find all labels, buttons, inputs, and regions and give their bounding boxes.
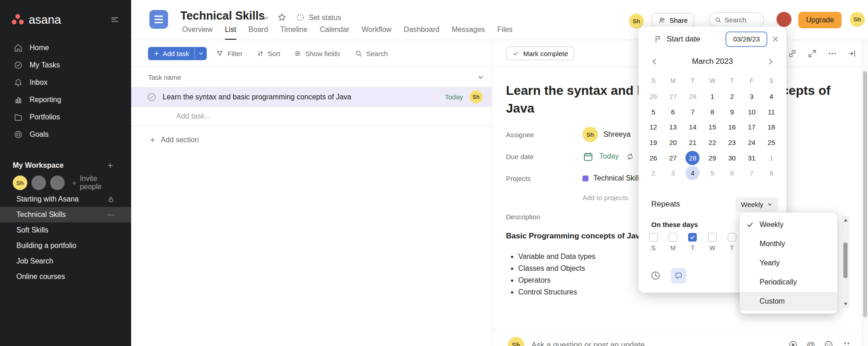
tab-board[interactable]: Board bbox=[249, 26, 268, 40]
tab-timeline[interactable]: Timeline bbox=[280, 26, 307, 40]
calendar-day[interactable]: 11 bbox=[761, 104, 781, 120]
clear-date-icon[interactable]: ✕ bbox=[771, 34, 779, 45]
page-scrollbar-thumb[interactable] bbox=[863, 71, 867, 317]
calendar-day[interactable]: 28 bbox=[683, 89, 702, 104]
calendar-day[interactable]: 18 bbox=[761, 119, 781, 135]
calendar-day[interactable]: 5 bbox=[703, 165, 722, 181]
calendar-day[interactable]: 15 bbox=[703, 119, 722, 135]
calendar-day[interactable]: 7 bbox=[742, 165, 761, 181]
calendar-day[interactable]: 8 bbox=[703, 104, 722, 120]
invite-people-button[interactable]: Invite people bbox=[71, 175, 118, 191]
sidebar-project-job-search[interactable]: Job Search bbox=[0, 253, 131, 269]
sidebar-project-soft-skills[interactable]: Soft Skills bbox=[0, 222, 131, 238]
task-row[interactable]: Learn the syntax and basic programming c… bbox=[131, 88, 492, 107]
repeats-dropdown-button[interactable]: Weekly bbox=[735, 197, 778, 212]
calendar-day[interactable]: 26 bbox=[643, 150, 663, 165]
calendar-day[interactable]: 31 bbox=[742, 150, 761, 165]
day-checkbox[interactable] bbox=[688, 233, 697, 242]
sidebar-item-home[interactable]: Home bbox=[0, 39, 131, 57]
calendar-day[interactable]: 29 bbox=[703, 150, 722, 165]
emoji-icon[interactable] bbox=[824, 340, 833, 346]
calendar-day[interactable]: 27 bbox=[663, 150, 683, 165]
comment-input[interactable] bbox=[531, 341, 781, 346]
add-section-button[interactable]: Add section bbox=[149, 136, 492, 144]
add-task-dropdown[interactable] bbox=[194, 47, 207, 60]
due-date-text[interactable]: Today bbox=[599, 152, 619, 160]
comment-toggle-button[interactable] bbox=[671, 268, 686, 284]
calendar-day[interactable]: 26 bbox=[643, 89, 663, 104]
calendar-day[interactable]: 5 bbox=[643, 104, 663, 120]
repeats-option-yearly[interactable]: Yearly bbox=[740, 253, 837, 273]
user-avatar[interactable]: Sh bbox=[850, 12, 865, 27]
calendar-day[interactable]: 4 bbox=[761, 89, 781, 104]
calendar-day[interactable]: 16 bbox=[722, 119, 742, 135]
task-due-date[interactable]: Today bbox=[445, 93, 463, 101]
star-icon[interactable] bbox=[277, 12, 287, 22]
copy-link-icon[interactable] bbox=[787, 49, 797, 58]
user-avatar-photo[interactable] bbox=[776, 12, 791, 27]
member-avatar[interactable] bbox=[50, 176, 65, 190]
add-project-icon[interactable] bbox=[107, 162, 114, 169]
repeats-option-periodically[interactable]: Periodically bbox=[740, 273, 837, 292]
sidebar-item-reporting[interactable]: Reporting bbox=[0, 91, 131, 108]
sidebar-project-building-a-portfolio[interactable]: Building a portfolio bbox=[0, 238, 131, 253]
project-icon[interactable] bbox=[149, 10, 168, 29]
sidebar-item-portfolios[interactable]: Portfolios bbox=[0, 108, 131, 126]
collapse-section-icon[interactable] bbox=[477, 73, 485, 81]
calendar-day[interactable]: 23 bbox=[722, 135, 742, 150]
share-button[interactable]: Share bbox=[652, 13, 694, 27]
calendar-day[interactable]: 13 bbox=[663, 119, 683, 135]
add-task-main[interactable]: Add task bbox=[148, 47, 194, 60]
calendar-day[interactable]: 1 bbox=[703, 89, 722, 104]
asana-logo[interactable]: asana bbox=[11, 13, 61, 27]
calendar-day[interactable]: 14 bbox=[683, 119, 702, 135]
day-checkbox[interactable] bbox=[649, 233, 658, 242]
calendar-day[interactable]: 25 bbox=[761, 135, 781, 150]
tab-calendar[interactable]: Calendar bbox=[320, 26, 349, 40]
repeats-option-weekly[interactable]: Weekly bbox=[740, 215, 837, 234]
more-options-icon[interactable] bbox=[827, 49, 837, 58]
sidebar-toggle-icon[interactable] bbox=[110, 15, 119, 24]
sidebar-item-inbox[interactable]: Inbox bbox=[0, 74, 131, 91]
search-input[interactable] bbox=[725, 16, 756, 24]
expand-icon[interactable] bbox=[807, 49, 817, 58]
calendar-day[interactable]: 19 bbox=[643, 135, 663, 150]
tab-files[interactable]: Files bbox=[497, 26, 513, 40]
sidebar-item-goals[interactable]: Goals bbox=[0, 126, 131, 143]
close-panel-icon[interactable] bbox=[848, 49, 857, 58]
calendar-day[interactable]: 2 bbox=[722, 89, 742, 104]
repeats-option-custom[interactable]: Custom bbox=[740, 292, 837, 311]
task-name-column-header[interactable]: Task name bbox=[148, 73, 181, 81]
calendar-day[interactable]: 17 bbox=[742, 119, 761, 135]
tab-messages[interactable]: Messages bbox=[452, 26, 485, 40]
page-scrollbar[interactable] bbox=[862, 40, 868, 346]
project-value[interactable]: Technical Skills bbox=[582, 174, 643, 182]
menu-scrollbar[interactable] bbox=[842, 216, 849, 308]
calendar-day[interactable]: 3 bbox=[742, 89, 761, 104]
add-task-button[interactable]: Add task bbox=[148, 47, 207, 60]
previous-month-icon[interactable] bbox=[650, 57, 659, 66]
tab-dashboard[interactable]: Dashboard bbox=[404, 26, 439, 40]
scroll-up-arrow[interactable] bbox=[844, 219, 848, 222]
calendar-day[interactable]: 21 bbox=[683, 135, 702, 150]
tab-workflow[interactable]: Workflow bbox=[362, 26, 392, 40]
project-name[interactable]: Technical Skills bbox=[593, 174, 643, 182]
calendar-day[interactable]: 12 bbox=[643, 119, 663, 135]
calendar-day[interactable]: 9 bbox=[722, 104, 742, 120]
upgrade-button[interactable]: Upgrade bbox=[798, 12, 842, 28]
calendar-day[interactable]: 22 bbox=[703, 135, 722, 150]
calendar-day[interactable]: 27 bbox=[663, 89, 683, 104]
calendar-day[interactable]: 30 bbox=[722, 150, 742, 165]
add-task-inline[interactable]: Add task... bbox=[131, 107, 492, 126]
complete-task-icon[interactable] bbox=[147, 92, 157, 102]
repeats-option-monthly[interactable]: Monthly bbox=[740, 234, 837, 253]
start-date-input[interactable] bbox=[725, 31, 767, 47]
next-month-icon[interactable] bbox=[766, 57, 775, 66]
calendar-day[interactable]: 4 bbox=[683, 165, 702, 181]
task-assignee-avatar[interactable]: Sh bbox=[470, 90, 483, 103]
calendar-day[interactable]: 6 bbox=[722, 165, 742, 181]
calendar-day[interactable]: 6 bbox=[663, 104, 683, 120]
scroll-down-arrow[interactable] bbox=[844, 303, 848, 305]
day-checkbox[interactable] bbox=[708, 233, 717, 242]
tab-overview[interactable]: Overview bbox=[182, 26, 213, 40]
